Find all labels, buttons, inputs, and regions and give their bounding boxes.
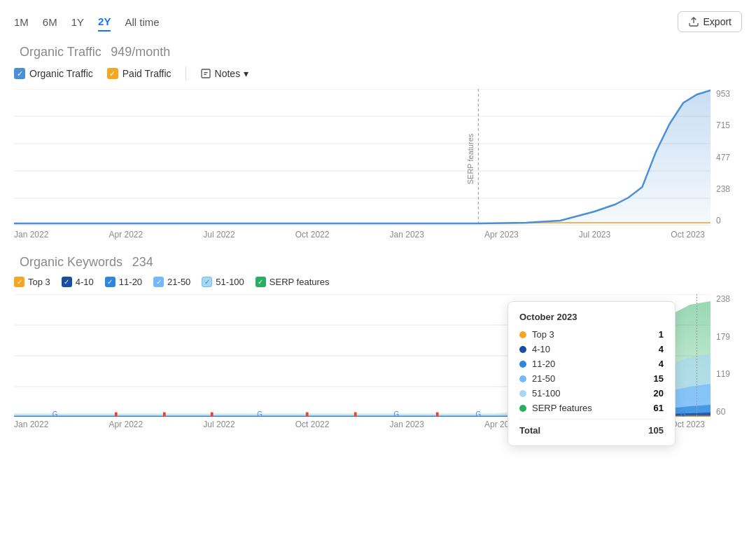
- x-label-apr2023: Apr 2023: [484, 230, 519, 240]
- kw-y-label-60: 60: [716, 407, 738, 417]
- traffic-y-axis: 953 715 477 238 0: [710, 89, 742, 226]
- range4-10-checkbox[interactable]: ✓: [62, 277, 72, 287]
- tooltip-label-top3: Top 3: [532, 329, 554, 340]
- keywords-label: Organic Keywords: [20, 255, 122, 269]
- paid-traffic-legend-item[interactable]: ✓ Paid Traffic: [107, 68, 172, 79]
- time-filter-2y[interactable]: 2Y: [98, 13, 111, 32]
- keywords-chart: G ▮ ▮ ▮ G ▮ ▮ G ▮ G ▮ G ▮ G G: [14, 294, 710, 417]
- y-label-953: 953: [716, 89, 738, 99]
- organic-keywords-section: Organic Keywords 234 ✓ Top 3 ✓ 4-10 ✓ 11…: [14, 254, 742, 429]
- kw-y-label-179: 179: [716, 332, 738, 342]
- kw-x-label-jul2022: Jul 2022: [203, 420, 234, 429]
- tooltip-title: October 2023: [519, 312, 664, 322]
- tooltip-value-top3: 1: [659, 329, 664, 340]
- kw-x-label-oct2023: Oct 2023: [671, 420, 705, 429]
- svg-text:▮: ▮: [354, 410, 358, 417]
- organic-traffic-label: Organic Traffic: [20, 45, 102, 59]
- tooltip-value-11-20: 4: [659, 359, 664, 369]
- x-label-jan2022: Jan 2022: [14, 230, 48, 240]
- tooltip-row-11-20: 11-20 4: [519, 359, 664, 369]
- tooltip-row-21-50: 21-50 15: [519, 373, 664, 384]
- time-filter-bar: 1M 6M 1Y 2Y All time Export: [14, 11, 742, 32]
- tooltip-value-serp: 61: [654, 403, 664, 413]
- keywords-tooltip: October 2023 Top 3 1 4-10 4: [507, 301, 676, 446]
- traffic-legend: ✓ Organic Traffic ✓ Paid Traffic Notes ▾: [14, 67, 742, 81]
- tooltip-total: Total 105: [519, 425, 664, 436]
- tooltip-row-51-100: 51-100 20: [519, 388, 664, 399]
- organic-traffic-section: Organic Traffic 949/month ✓ Organic Traf…: [14, 43, 742, 240]
- time-filter-1m[interactable]: 1M: [14, 13, 29, 31]
- notes-label: Notes: [215, 68, 241, 79]
- range21-50-legend-label: 21-50: [167, 277, 190, 287]
- x-label-apr2022: Apr 2022: [108, 230, 143, 240]
- x-label-jan2023: Jan 2023: [390, 230, 424, 240]
- y-label-238: 238: [716, 184, 738, 194]
- organic-traffic-value: 949/month: [111, 45, 170, 59]
- range51-100-legend-item[interactable]: ✓ 51-100: [202, 277, 244, 287]
- organic-traffic-legend-item[interactable]: ✓ Organic Traffic: [14, 68, 93, 79]
- time-filter-all[interactable]: All time: [125, 13, 159, 31]
- export-button[interactable]: Export: [678, 11, 742, 32]
- tooltip-row-serp: SERP features 61: [519, 403, 664, 413]
- svg-text:SERP features: SERP features: [466, 133, 475, 184]
- svg-text:▮: ▮: [305, 410, 309, 417]
- notes-button[interactable]: Notes ▾: [200, 68, 249, 79]
- range51-100-checkbox[interactable]: ✓: [202, 277, 212, 287]
- tooltip-label-21-50: 21-50: [532, 373, 555, 384]
- tooltip-value-21-50: 15: [654, 373, 664, 384]
- tooltip-row-top3: Top 3 1: [519, 329, 664, 340]
- keywords-legend: ✓ Top 3 ✓ 4-10 ✓ 11-20 ✓ 21-50 ✓ 51: [14, 277, 742, 287]
- kw-x-label-jan2022: Jan 2022: [14, 420, 48, 429]
- notes-chevron: ▾: [244, 68, 248, 79]
- traffic-chart-svg: SERP features: [14, 89, 710, 226]
- time-filter-options: 1M 6M 1Y 2Y All time: [14, 13, 160, 32]
- range11-20-legend-item[interactable]: ✓ 11-20: [105, 277, 142, 287]
- tooltip-label-serp: SERP features: [532, 403, 592, 413]
- svg-text:G: G: [476, 410, 482, 417]
- tooltip-dot-serp: [519, 405, 526, 412]
- paid-traffic-legend-label: Paid Traffic: [122, 68, 172, 79]
- serp-features-legend-label: SERP features: [270, 277, 330, 287]
- time-filter-6m[interactable]: 6M: [43, 13, 57, 31]
- tooltip-dot-top3: [519, 331, 526, 338]
- svg-text:▮: ▮: [114, 410, 118, 417]
- range4-10-legend-item[interactable]: ✓ 4-10: [62, 277, 94, 287]
- top3-legend-item[interactable]: ✓ Top 3: [14, 277, 50, 287]
- x-label-oct2022: Oct 2022: [295, 230, 330, 240]
- top3-checkbox[interactable]: ✓: [14, 277, 24, 287]
- tooltip-label-4-10: 4-10: [532, 344, 550, 354]
- export-label: Export: [704, 16, 732, 27]
- traffic-chart: SERP features: [14, 89, 710, 226]
- range51-100-legend-label: 51-100: [216, 277, 244, 287]
- tooltip-dot-11-20: [519, 361, 526, 368]
- svg-text:▮: ▮: [435, 410, 440, 417]
- tooltip-total-value: 105: [648, 425, 664, 436]
- svg-text:G: G: [393, 410, 399, 417]
- paid-traffic-checkbox[interactable]: ✓: [107, 68, 118, 79]
- time-filter-1y[interactable]: 1Y: [71, 13, 84, 31]
- organic-traffic-legend-label: Organic Traffic: [29, 68, 93, 79]
- serp-features-checkbox[interactable]: ✓: [255, 277, 266, 287]
- kw-x-label-apr2022: Apr 2022: [108, 420, 143, 429]
- traffic-x-axis: Jan 2022 Apr 2022 Jul 2022 Oct 2022 Jan …: [14, 230, 742, 240]
- organic-traffic-title: Organic Traffic 949/month: [14, 43, 742, 60]
- tooltip-total-label: Total: [519, 425, 540, 436]
- range21-50-legend-item[interactable]: ✓ 21-50: [153, 277, 190, 287]
- tooltip-dot-21-50: [519, 375, 526, 382]
- serp-features-legend-item[interactable]: ✓ SERP features: [255, 277, 330, 287]
- organic-traffic-checkbox[interactable]: ✓: [14, 68, 25, 79]
- y-label-715: 715: [716, 120, 738, 130]
- svg-text:▮: ▮: [162, 410, 167, 417]
- svg-rect-0: [202, 69, 210, 78]
- notes-icon: [200, 68, 211, 79]
- tooltip-label-11-20: 11-20: [532, 359, 555, 369]
- range11-20-checkbox[interactable]: ✓: [105, 277, 115, 287]
- tooltip-row-4-10: 4-10 4: [519, 344, 664, 354]
- top3-legend-label: Top 3: [28, 277, 50, 287]
- svg-text:G: G: [680, 410, 686, 417]
- tooltip-value-4-10: 4: [659, 344, 664, 354]
- range21-50-checkbox[interactable]: ✓: [153, 277, 164, 287]
- svg-text:G: G: [257, 410, 262, 417]
- x-label-oct2023: Oct 2023: [671, 230, 705, 240]
- keywords-value: 234: [132, 255, 153, 269]
